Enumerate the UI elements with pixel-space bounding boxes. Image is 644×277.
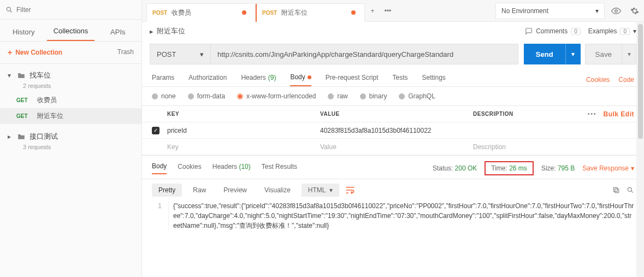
status-label: Status: — [433, 164, 453, 172]
search-response-button[interactable] — [627, 186, 634, 194]
dirty-dot-icon — [351, 10, 356, 15]
sidebar-actions: +New Collection Trash — [0, 42, 141, 64]
caret-right-icon: ▸ — [8, 133, 13, 140]
search-icon — [5, 6, 13, 14]
kv-header: KEY VALUE DESCRIPTION ••• Bulk Edit — [142, 106, 644, 122]
response-code[interactable]: {"success":true,"result":{"priceId":"402… — [168, 201, 634, 231]
method-select[interactable]: POST ▾ — [150, 44, 211, 64]
trash-button[interactable]: Trash — [117, 48, 134, 57]
kv-key-cell[interactable]: priceId — [167, 127, 320, 134]
format-select[interactable]: HTML▾ — [302, 184, 339, 197]
request-name: 收费员 — [37, 96, 57, 105]
kv-row[interactable]: ✓ priceId 40283f815d3af8a1015d3b0f461100… — [142, 122, 644, 139]
environment-quicklook-button[interactable] — [607, 3, 625, 19]
resp-tab-cookies[interactable]: Cookies — [178, 163, 201, 174]
body-type-label: GraphQL — [408, 92, 435, 100]
new-collection-button[interactable]: +New Collection — [8, 48, 62, 57]
code-link[interactable]: Code — [618, 76, 634, 84]
time-highlight: Time: 26 ms — [485, 161, 534, 175]
method-tag: GET — [16, 97, 32, 103]
request-row[interactable]: GET 附近车位 — [0, 108, 141, 124]
resp-tab-headers[interactable]: Headers (10) — [212, 163, 251, 174]
kv-header-value: VALUE — [320, 111, 473, 117]
view-raw[interactable]: Raw — [186, 184, 212, 197]
new-tab-button[interactable]: + — [365, 3, 380, 19]
collection-title: 接口测试 — [29, 132, 58, 142]
tab-prerequest[interactable]: Pre-request Script — [326, 74, 379, 86]
tab-more-button[interactable]: ••• — [380, 3, 395, 19]
chevron-down-icon: ▾ — [631, 164, 634, 172]
environment-label: No Environment — [501, 7, 548, 15]
examples-button[interactable]: Examples 0 ▾ — [588, 27, 636, 35]
view-preview[interactable]: Preview — [217, 184, 253, 197]
kv-table: KEY VALUE DESCRIPTION ••• Bulk Edit ✓ pr… — [142, 106, 644, 156]
view-options: Pretty Raw Preview Visualize HTML▾ — [142, 179, 644, 201]
response-body: 1 {"success":true,"result":{"priceId":"4… — [142, 201, 644, 235]
send-button[interactable]: Send — [524, 44, 565, 64]
cookies-link[interactable]: Cookies — [586, 76, 610, 84]
checkbox-checked-icon[interactable]: ✓ — [152, 127, 159, 134]
comments-button[interactable]: Comments 0 — [525, 27, 581, 35]
method-tag: POST — [152, 10, 167, 16]
view-pretty[interactable]: Pretty — [152, 184, 182, 197]
body-type-binary[interactable]: binary — [360, 92, 387, 100]
collection-title: 找车位 — [29, 70, 51, 80]
view-visualize[interactable]: Visualize — [258, 184, 297, 197]
request-tab[interactable]: POST 收费员 — [146, 3, 256, 22]
comments-count: 0 — [571, 28, 581, 35]
copy-button[interactable] — [612, 186, 620, 194]
request-section-tabs: Params Authorization Headers (9) Body Pr… — [142, 68, 644, 87]
sidebar-tab-apis[interactable]: APIs — [94, 22, 141, 41]
resp-tab-headers-label: Headers — [212, 163, 237, 170]
body-type-none[interactable]: none — [152, 92, 176, 100]
save-button[interactable]: Save — [585, 44, 622, 64]
kv-desc-placeholder[interactable]: Description — [473, 143, 574, 151]
body-type-graphql[interactable]: GraphQL — [399, 92, 435, 100]
sidebar-tab-history[interactable]: History — [0, 22, 47, 41]
body-type-urlencoded[interactable]: x-www-form-urlencoded — [237, 92, 316, 100]
sidebar: History Collections APIs +New Collection… — [0, 0, 142, 277]
kv-value-placeholder[interactable]: Value — [320, 143, 473, 151]
tab-settings[interactable]: Settings — [422, 74, 446, 86]
scrollbar-thumb[interactable] — [638, 24, 643, 139]
resp-tab-tests[interactable]: Test Results — [262, 163, 297, 174]
sidebar-tab-collections[interactable]: Collections — [47, 21, 94, 41]
request-row[interactable]: GET 收费员 — [0, 92, 141, 108]
tab-tests[interactable]: Tests — [392, 74, 407, 86]
kv-key-placeholder[interactable]: Key — [167, 143, 320, 151]
collection-subtitle: 3 requests — [0, 144, 141, 150]
filter-input[interactable] — [16, 6, 136, 14]
kv-value-cell[interactable]: 40283f815d3af8a1015d3b0f46110022 — [320, 127, 473, 134]
body-type-label: binary — [369, 92, 387, 100]
tab-authorization[interactable]: Authorization — [188, 74, 227, 86]
send-dropdown[interactable]: ▾ — [565, 44, 581, 64]
radio-icon — [360, 93, 366, 99]
resp-tab-body[interactable]: Body — [152, 162, 167, 174]
settings-button[interactable] — [625, 3, 644, 19]
kv-row-empty[interactable]: Key Value Description — [142, 139, 644, 155]
resp-tab-headers-count: (10) — [239, 163, 250, 170]
folder-icon — [17, 72, 25, 79]
url-input[interactable] — [211, 44, 518, 64]
save-response-button[interactable]: Save Response ▾ — [582, 164, 634, 172]
tab-headers[interactable]: Headers (9) — [241, 74, 276, 86]
tab-params[interactable]: Params — [152, 74, 174, 86]
request-name: 附近车位 — [37, 111, 63, 121]
bulk-edit-button[interactable]: Bulk Edit — [603, 110, 634, 118]
wrap-toggle[interactable] — [344, 184, 357, 197]
body-type-label: form-data — [197, 92, 225, 100]
collection-row[interactable]: ▾ 找车位 — [0, 67, 141, 84]
request-tab[interactable]: POST 附近车位 — [256, 3, 365, 22]
kv-more-button[interactable]: ••• — [588, 111, 597, 117]
tab-body[interactable]: Body — [290, 73, 311, 86]
folder-icon — [17, 133, 25, 140]
collection-row[interactable]: ▸ 接口测试 — [0, 128, 141, 145]
save-dropdown[interactable]: ▾ — [622, 44, 636, 64]
kv-header-key: KEY — [167, 111, 320, 117]
environment-select[interactable]: No Environment ▾ — [495, 3, 605, 19]
body-type-form-data[interactable]: form-data — [188, 92, 225, 100]
examples-count: 0 — [620, 28, 630, 35]
tab-body-label: Body — [290, 73, 305, 81]
body-type-raw[interactable]: raw — [328, 92, 347, 100]
scrollbar[interactable] — [636, 22, 644, 277]
